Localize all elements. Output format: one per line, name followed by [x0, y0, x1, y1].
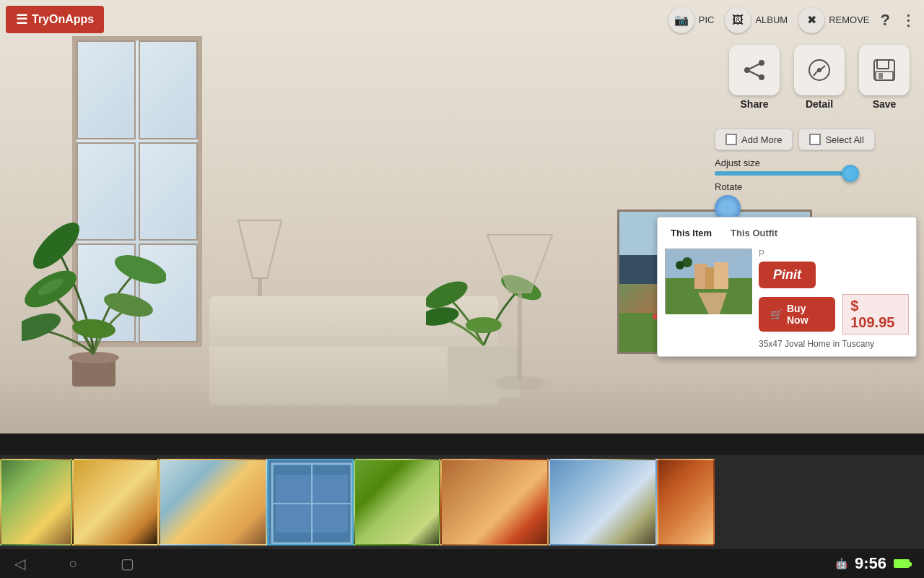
rotate-section: Rotate [715, 181, 917, 221]
popup-content: P Pinit 🛒 Buy Now $ 109.95 35x47 Joval H… [665, 249, 909, 349]
battery-icon [894, 559, 910, 568]
lamp-right [476, 177, 563, 394]
gallery-item-6[interactable] [440, 459, 549, 545]
gallery-item-2[interactable] [72, 459, 159, 545]
save-button[interactable]: Save [852, 45, 917, 110]
svg-point-47 [817, 68, 821, 72]
buy-row: 🛒 Buy Now $ 109.95 [759, 294, 909, 335]
more-options-icon[interactable]: ⋮ [901, 12, 915, 29]
camera-icon: 📷 [668, 7, 694, 33]
add-select-row: Add More Select All [715, 129, 917, 150]
album-label: ALBUM [755, 14, 788, 25]
svg-marker-17 [487, 235, 552, 293]
back-button[interactable]: ◁ [14, 555, 25, 572]
svg-point-15 [426, 304, 461, 328]
svg-point-7 [71, 317, 116, 340]
select-all-label: Select All [825, 134, 863, 145]
gallery-item-4[interactable] [267, 459, 354, 545]
popup-right-panel: P Pinit 🛒 Buy Now $ 109.95 35x47 Joval H… [759, 249, 909, 349]
svg-point-19 [494, 376, 545, 390]
pinit-button[interactable]: Pinit [759, 262, 816, 288]
popup-thumbnail [665, 249, 751, 314]
top-toolbar: 📷 PIC 🖼 ALBUM ✖ REMOVE ? ⋮ [578, 0, 924, 40]
album-icon: 🖼 [725, 7, 751, 33]
share-button[interactable]: Share [722, 45, 787, 110]
size-slider[interactable] [715, 171, 859, 176]
gallery-item-1[interactable] [0, 459, 72, 545]
plant-left [22, 163, 166, 394]
add-more-checkbox [725, 134, 737, 145]
svg-rect-51 [879, 73, 883, 79]
album-button[interactable]: 🖼 ALBUM [725, 7, 788, 33]
gallery-item-3[interactable] [159, 459, 267, 545]
pic-label: PIC [699, 14, 715, 25]
svg-point-6 [22, 308, 64, 347]
window-pane [77, 40, 136, 139]
rotate-label: Rotate [715, 181, 917, 192]
svg-rect-56 [714, 262, 728, 289]
svg-line-44 [747, 63, 762, 70]
popup-tabs: This Item This Outfit [665, 225, 909, 241]
size-slider-thumb[interactable] [842, 165, 859, 182]
action-buttons-row: Share Detail Save [707, 45, 924, 110]
adjust-size-section: Adjust size [715, 158, 917, 176]
tab-this-outfit[interactable]: This Outfit [725, 225, 783, 241]
menu-icon: ☰ [16, 12, 27, 27]
detail-label: Detail [806, 98, 833, 110]
pinit-p: P [759, 249, 909, 259]
purchase-popup: This Item This Outfit P Pinit 🛒 [657, 217, 917, 357]
svg-point-58 [676, 261, 684, 269]
save-icon [859, 45, 910, 95]
remove-label: REMOVE [829, 14, 869, 25]
logo-text: TryOnApps [32, 13, 94, 26]
cart-icon: 🛒 [770, 309, 783, 320]
share-icon [729, 45, 780, 95]
price-display: $ 109.95 [842, 294, 909, 335]
adjust-size-label: Adjust size [715, 158, 917, 168]
pinit-label: Pinit [773, 267, 801, 282]
svg-line-45 [747, 70, 762, 77]
gallery-item-5[interactable] [354, 459, 440, 545]
app-logo[interactable]: ☰ TryOnApps [6, 6, 104, 33]
gallery-strip [0, 455, 924, 549]
save-label: Save [873, 98, 897, 110]
add-more-label: Add More [741, 134, 782, 145]
nav-icons-left: ◁ ○ ▢ [14, 555, 134, 572]
detail-icon [794, 45, 845, 95]
help-icon[interactable]: ? [881, 11, 890, 30]
svg-point-5 [102, 288, 156, 321]
svg-rect-50 [876, 72, 893, 80]
window-pane [139, 40, 198, 139]
remove-button[interactable]: ✖ REMOVE [798, 7, 869, 33]
select-all-checkbox [809, 134, 821, 145]
select-all-button[interactable]: Select All [798, 129, 874, 150]
status-bar-right: 🤖 9:56 [835, 554, 910, 573]
time-display: 9:56 [855, 554, 886, 573]
gallery-item-8[interactable] [657, 459, 715, 545]
svg-marker-9 [238, 220, 282, 278]
control-panel: Add More Select All Adjust size Rotate [715, 129, 917, 221]
svg-point-3 [111, 249, 166, 290]
gallery-item-7[interactable] [549, 459, 657, 545]
product-description: 35x47 Joval Home in Tuscany [759, 339, 909, 349]
svg-rect-18 [518, 293, 522, 379]
svg-point-4 [26, 215, 86, 275]
android-icon: 🤖 [835, 558, 847, 569]
detail-button[interactable]: Detail [787, 45, 852, 110]
buy-now-label: Buy Now [787, 303, 824, 326]
remove-icon: ✖ [798, 7, 824, 33]
pic-button[interactable]: 📷 PIC [668, 7, 715, 33]
tab-this-item[interactable]: This Item [665, 225, 718, 241]
android-navbar: ◁ ○ ▢ 🤖 9:56 [0, 549, 924, 578]
add-more-button[interactable]: Add More [715, 129, 793, 150]
svg-rect-49 [877, 60, 889, 69]
buy-now-button[interactable]: 🛒 Buy Now [759, 297, 835, 332]
home-button[interactable]: ○ [69, 556, 77, 572]
recents-button[interactable]: ▢ [121, 555, 134, 572]
share-label: Share [741, 98, 769, 110]
